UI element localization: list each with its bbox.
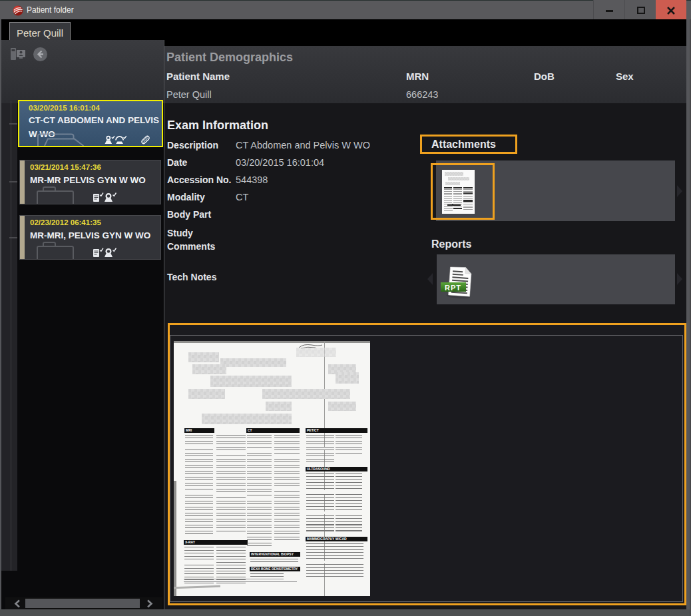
- svg-text:RPT: RPT: [445, 284, 461, 292]
